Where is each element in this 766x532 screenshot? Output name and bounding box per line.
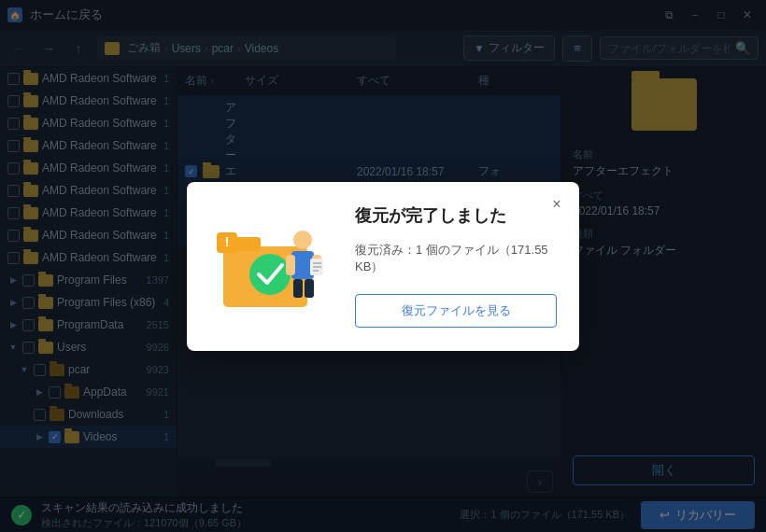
svg-rect-7 [293, 279, 303, 298]
modal-close-button[interactable]: × [546, 193, 568, 216]
recovery-illustration: ! [209, 204, 331, 326]
modal-right: 復元が完了しました 復元済み：1 個のファイル（171.55 KB） 復元ファイ… [355, 204, 557, 329]
recovery-complete-modal: × [187, 182, 579, 351]
modal-content: ! 復元が完了しました 復元済み：1 個のファイル（171.55 KB） 復元フ… [209, 204, 557, 329]
svg-rect-5 [286, 255, 295, 275]
modal-description: 復元済み：1 個のファイル（171.55 KB） [355, 242, 557, 275]
svg-point-2 [249, 254, 291, 295]
svg-text:!: ! [225, 234, 230, 249]
modal-overlay: × [0, 0, 766, 532]
modal-title: 復元が完了しました [355, 204, 557, 227]
svg-rect-8 [305, 279, 314, 298]
view-recovered-files-button[interactable]: 復元ファイルを見る [355, 294, 557, 328]
svg-point-3 [293, 231, 312, 249]
modal-illustration: ! [209, 204, 340, 329]
